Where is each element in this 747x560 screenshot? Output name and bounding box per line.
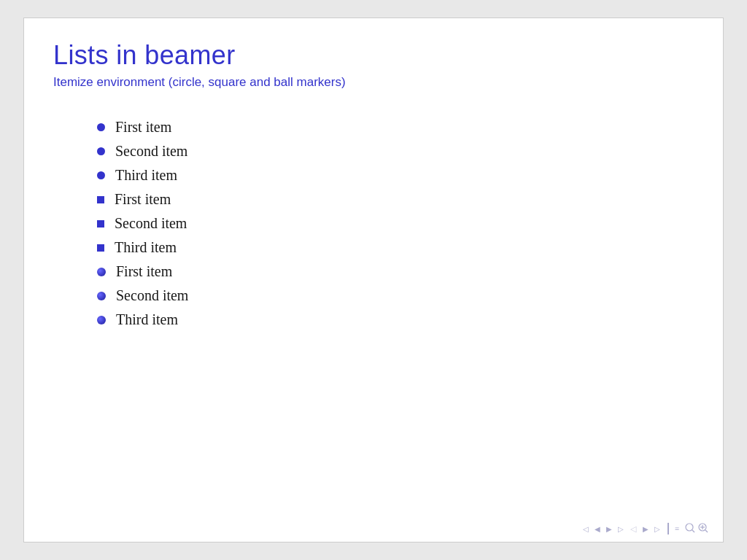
item-label: Second item [115,143,187,160]
nav-fit-icon[interactable]: ≡ [675,524,679,533]
circle-bullet-icon [97,147,105,155]
item-label: Third item [115,167,177,184]
item-label: First item [115,191,171,208]
item-label: Second item [115,215,187,232]
slide: Lists in beamer Itemize environment (cir… [23,18,724,542]
list-item: Third item [97,311,694,328]
nav-next-icon[interactable]: ▶ [605,525,614,533]
lists-container: First item Second item Third item [53,112,694,328]
circle-bullet-icon [97,171,105,179]
item-label: Third item [116,311,178,328]
nav-first-icon[interactable]: ◁ [581,525,590,533]
circle-bullet-icon [97,123,105,131]
square-bullet-icon [97,244,104,252]
item-label: Third item [115,239,177,256]
list-item: Third item [97,239,694,256]
slide-subtitle: Itemize environment (circle, square and … [53,75,694,90]
nav-last-icon[interactable]: ▷ [616,525,625,533]
nav-prev-icon[interactable]: ◀ [593,525,602,533]
ball-bullet-icon [97,268,106,276]
square-list: First item Second item Third item [97,191,694,256]
nav-bar: ◁ ◀ ▶ ▷ ◁ ▶ ▷ ≡ [581,523,708,534]
list-item: Second item [97,215,694,232]
item-label: First item [116,263,172,280]
svg-point-0 [686,524,693,531]
nav-down-icon[interactable]: ▷ [653,525,662,533]
svg-line-1 [692,530,694,532]
slide-title: Lists in beamer [53,40,694,71]
item-label: First item [115,119,171,136]
square-bullet-icon [97,196,104,203]
nav-separator: ◁ [630,524,636,534]
ball-list: First item Second item Third item [97,263,694,328]
list-item: First item [97,119,694,136]
svg-line-3 [705,530,708,532]
ball-bullet-icon [97,292,106,300]
list-item: Second item [97,143,694,160]
nav-zoom-in-icon[interactable] [698,523,708,534]
list-item: First item [97,263,694,280]
circle-list: First item Second item Third item [97,119,694,184]
nav-up-icon[interactable]: ▶ [641,525,650,533]
list-item: Second item [97,287,694,304]
item-label: Second item [116,287,188,304]
ball-bullet-icon [97,316,106,324]
square-bullet-icon [97,220,104,228]
nav-zoom-out-icon[interactable] [685,523,695,534]
list-item: First item [97,191,694,208]
nav-divider [667,523,669,534]
list-item: Third item [97,167,694,184]
